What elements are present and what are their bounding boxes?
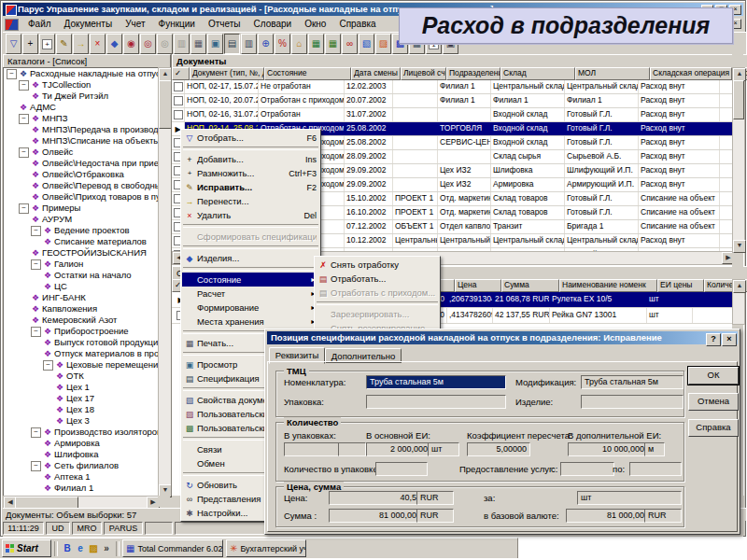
expand-icon[interactable]: − <box>19 203 29 214</box>
tree-vertical-scrollbar[interactable]: ▲ ▼ <box>158 67 172 497</box>
toolbar-button-specification[interactable]: ▤ <box>224 34 240 54</box>
document-row[interactable]: НОП, 02-16, 31.07.2002Отработан31.07.200… <box>172 108 733 122</box>
menubar-item[interactable]: Отчеты <box>202 17 247 31</box>
tree-item[interactable]: −❖Ведение проектов <box>4 225 158 236</box>
expand-icon[interactable]: − <box>31 226 41 236</box>
expand-icon[interactable]: − <box>31 259 41 270</box>
ok-button[interactable]: ОК <box>688 367 739 385</box>
tree-item[interactable]: ❖ЦС <box>4 281 158 292</box>
document-row[interactable]: НОП, 02-17, 15.07.2002Не отработан12.02.… <box>172 80 733 94</box>
column-header[interactable]: ЕИ цены <box>657 279 704 292</box>
help-icon[interactable]: ? <box>706 333 721 346</box>
row-checkbox[interactable] <box>174 110 183 119</box>
scroll-thumb[interactable] <box>159 80 172 129</box>
column-header[interactable]: Цена <box>455 279 501 292</box>
column-header[interactable]: Наименование номенк <box>559 279 657 292</box>
expand-icon[interactable]: − <box>31 461 41 471</box>
tree-item[interactable]: ❖Цех 17 <box>4 393 158 404</box>
expand-icon[interactable]: − <box>19 147 29 158</box>
row-checkbox[interactable] <box>174 96 183 105</box>
toolbar-button-print[interactable]: ▦ <box>190 34 206 54</box>
expand-icon[interactable]: − <box>19 114 29 124</box>
base-ei-field[interactable]: 2 000,000 <box>366 442 431 456</box>
base-sum-currency[interactable]: RUR <box>644 509 682 523</box>
column-header[interactable]: ✓ <box>172 67 190 80</box>
toolbar-button-report-color[interactable]: ▧ <box>359 34 374 54</box>
tree-item[interactable]: ❖Отпуск материалов в произво <box>4 348 158 359</box>
tree-item[interactable]: −❖Примеры <box>4 203 158 214</box>
expand-icon[interactable]: − <box>31 427 41 438</box>
expand-icon[interactable]: − <box>43 360 53 371</box>
tree-item[interactable]: ❖Шлифовка <box>4 449 158 460</box>
documents-vertical-scrollbar[interactable]: ▲ ▼ <box>732 67 745 253</box>
toolbar-button-user[interactable]: ⊕ <box>258 34 274 54</box>
column-header[interactable]: Документ (тип, №, дат <box>190 67 264 80</box>
tree-item[interactable]: ❖АДМС <box>4 102 158 113</box>
menu-item[interactable]: ▤Отработать... <box>316 272 439 286</box>
tree-item[interactable]: ❖Олвейс\Приход товаров в пути <box>4 191 158 203</box>
menu-item[interactable]: Сформировать спецификацию... <box>182 230 319 244</box>
quick-ie-icon[interactable]: e <box>74 541 87 555</box>
menu-item[interactable]: Формирование► <box>182 301 319 315</box>
package-field[interactable] <box>366 395 506 409</box>
menu-item[interactable]: Места хранения► <box>182 315 319 329</box>
services-to-field[interactable] <box>629 462 682 476</box>
column-header[interactable]: Состояние <box>264 67 351 80</box>
scroll-up-icon[interactable]: ▲ <box>159 68 172 81</box>
tree-item[interactable]: ❖Ти Джей Ритэйл <box>4 91 158 102</box>
column-header[interactable]: Лицевой счет <box>401 67 446 80</box>
toolbar-button-add[interactable]: + <box>22 34 38 54</box>
tree-item[interactable]: ❖АУРУМ <box>4 214 158 225</box>
tree-item[interactable]: ❖Армировка <box>4 438 158 449</box>
toolbar-button-calendar-out[interactable]: ▦ <box>325 34 341 54</box>
tree-horizontal-scrollbar[interactable]: ◀ ▶ <box>3 496 160 509</box>
tree-item[interactable]: ❖МНПЗ\Передача в производство <box>4 124 158 135</box>
tree-item[interactable]: −❖TJCollection <box>4 79 158 91</box>
menubar-item[interactable]: Учет <box>119 17 151 31</box>
toolbar-button-percent[interactable]: % <box>275 34 290 54</box>
menubar-item[interactable]: Окно <box>298 17 332 31</box>
help-button[interactable]: Справка <box>688 419 739 437</box>
toolbar-button-move[interactable]: → <box>73 34 89 54</box>
menu-item[interactable]: Зарезервировать... <box>316 307 439 321</box>
column-header[interactable]: Складская операция <box>650 67 732 80</box>
sum-currency[interactable]: RUR <box>416 509 454 523</box>
menu-item[interactable]: +Добавить...Ins <box>182 152 319 166</box>
quick-more-icon[interactable]: » <box>100 541 113 555</box>
toolbar-button-report-color2[interactable]: ▨ <box>375 34 391 54</box>
menu-item[interactable]: ×УдалитьDel <box>182 208 319 222</box>
quick-app-b-icon[interactable]: B <box>61 541 74 555</box>
column-header[interactable]: МОЛ <box>575 67 650 80</box>
scroll-up-icon[interactable]: ▲ <box>733 68 746 81</box>
base-ei-unit[interactable]: шт <box>428 442 459 456</box>
quick-folder-icon[interactable]: ▨ <box>87 541 100 555</box>
toolbar-button-unwork[interactable]: ◉ <box>123 34 139 54</box>
expand-icon[interactable]: − <box>7 69 17 79</box>
column-header[interactable]: Сумма <box>501 279 559 292</box>
sum-field[interactable]: 81 000,00 <box>329 509 420 523</box>
spec-vertical-scrollbar[interactable]: ▲ <box>732 279 745 325</box>
menubar-item[interactable]: Словари <box>247 17 299 31</box>
tree-item[interactable]: −❖Галион <box>4 259 158 270</box>
scroll-down-icon[interactable]: ▼ <box>733 240 746 253</box>
tree-item[interactable]: ❖Списание материалов <box>4 236 158 247</box>
tree-item[interactable]: −❖Расходные накладные на отпуск в подра <box>4 68 158 79</box>
toolbar-button-delete[interactable]: × <box>90 34 106 54</box>
menu-item[interactable]: +Размножить...Ctrl+F3 <box>182 166 319 180</box>
scroll-thumb[interactable] <box>733 80 744 119</box>
tree-item[interactable]: ❖Капвложения <box>4 303 158 315</box>
price-currency[interactable]: RUR <box>416 491 454 505</box>
tree-item[interactable]: ❖Аптека 1 <box>4 471 158 483</box>
modification-field[interactable]: Труба стальная 5м <box>581 375 684 389</box>
tree-item[interactable]: −❖Производство изоляторов <box>4 427 158 438</box>
task-button[interactable]: ▦Total Commander 6.02 - ... <box>122 539 223 557</box>
nomenclature-field[interactable]: Труба стальная 5м <box>366 375 506 389</box>
tree-item[interactable]: ❖Кемеровский Азот <box>4 315 158 326</box>
menu-item[interactable]: Расчет► <box>182 287 319 301</box>
document-row[interactable]: НОП, 02-10, 20.07.2002Отработан с приход… <box>172 94 733 108</box>
toolbar-button-work-plus[interactable]: ◎ <box>157 34 173 54</box>
expand-icon[interactable]: − <box>19 80 29 91</box>
menu-item[interactable]: ✗Снять отработку <box>316 258 439 272</box>
in-packages-field[interactable] <box>284 442 342 456</box>
toolbar-button-doc-view[interactable]: ▥ <box>241 34 257 54</box>
